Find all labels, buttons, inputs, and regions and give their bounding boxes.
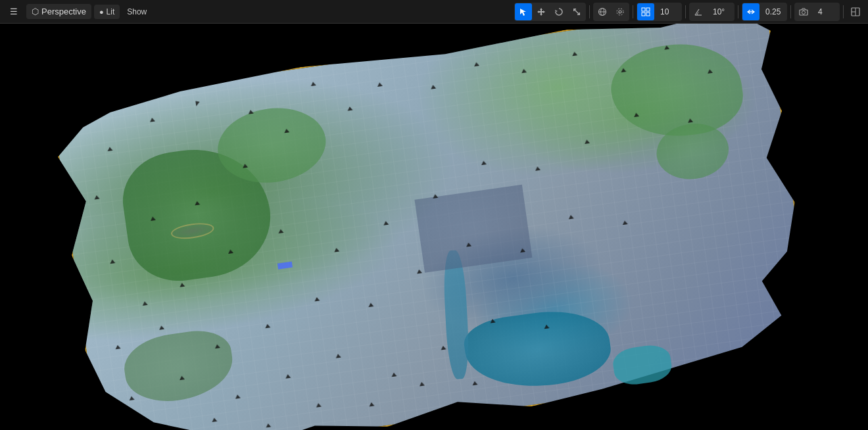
separator-3 bbox=[685, 5, 686, 18]
svg-point-16 bbox=[802, 11, 806, 14]
separator-4 bbox=[738, 5, 738, 18]
camera-value-display: 4 bbox=[813, 5, 839, 18]
right-tools: 10 10° bbox=[514, 3, 864, 21]
grid-icon bbox=[641, 7, 650, 16]
perspective-button[interactable]: ⬡ Perspective bbox=[27, 5, 91, 18]
transform-tools bbox=[514, 3, 586, 21]
cursor-icon bbox=[519, 7, 528, 16]
camera-icon bbox=[799, 7, 808, 16]
wrench-icon bbox=[615, 7, 625, 16]
viewport[interactable] bbox=[0, 24, 868, 430]
camera-value: 4 bbox=[818, 7, 823, 16]
urban-dense-area bbox=[414, 185, 532, 273]
snap-value-display: 0.25 bbox=[760, 5, 786, 18]
snap-value: 0.25 bbox=[765, 7, 781, 16]
separator-1 bbox=[589, 5, 590, 18]
layout-button[interactable] bbox=[847, 3, 864, 20]
lit-button[interactable]: ● Lit bbox=[95, 5, 119, 18]
lit-group: ● Lit bbox=[94, 5, 120, 19]
scale-icon bbox=[572, 7, 581, 16]
svg-point-7 bbox=[617, 9, 623, 15]
move-icon bbox=[537, 7, 546, 16]
svg-rect-11 bbox=[646, 12, 650, 16]
angle-button[interactable] bbox=[690, 3, 707, 20]
angle-icon bbox=[694, 7, 703, 16]
move-tool-button[interactable] bbox=[533, 3, 550, 20]
perspective-group: ⬡ Perspective bbox=[26, 4, 91, 19]
svg-rect-10 bbox=[642, 12, 645, 16]
perspective-label: Perspective bbox=[41, 7, 86, 16]
snap-icon bbox=[746, 7, 756, 16]
space-tools bbox=[593, 3, 629, 21]
grid-button[interactable] bbox=[637, 3, 654, 20]
svg-point-6 bbox=[619, 11, 621, 13]
grid-value-display: 10 bbox=[655, 5, 681, 18]
svg-rect-1 bbox=[539, 11, 543, 12]
snap-group: 0.25 bbox=[742, 3, 787, 21]
lit-label: Lit bbox=[107, 7, 115, 16]
grid-value: 10 bbox=[660, 7, 669, 16]
svg-rect-8 bbox=[642, 8, 645, 11]
svg-line-2 bbox=[574, 9, 579, 14]
separator-2 bbox=[633, 5, 633, 18]
lit-icon: ● bbox=[99, 8, 104, 16]
svg-rect-9 bbox=[646, 8, 650, 11]
toolbar: ☰ ⬡ Perspective ● Lit Show bbox=[0, 0, 868, 24]
show-label: Show bbox=[127, 7, 147, 16]
angle-group: 10° bbox=[689, 3, 735, 21]
angle-value: 10° bbox=[713, 7, 725, 16]
separator-6 bbox=[843, 5, 844, 18]
layout-icon bbox=[851, 7, 860, 16]
grid-tools: 10 bbox=[637, 3, 682, 21]
scale-tool-button[interactable] bbox=[568, 3, 585, 20]
globe-icon bbox=[598, 7, 607, 16]
perspective-cube-icon: ⬡ bbox=[32, 7, 39, 16]
map-container bbox=[50, 24, 817, 430]
select-tool-button[interactable] bbox=[515, 3, 532, 20]
camera-group: 4 bbox=[794, 3, 840, 21]
show-button[interactable]: Show bbox=[122, 5, 151, 18]
menu-icon: ☰ bbox=[9, 7, 19, 17]
rotate-icon bbox=[554, 7, 564, 16]
camera-button[interactable] bbox=[795, 3, 812, 20]
snap-button[interactable] bbox=[742, 3, 760, 20]
separator-5 bbox=[790, 5, 791, 18]
hamburger-menu-button[interactable]: ☰ bbox=[4, 5, 24, 19]
rotate-tool-button[interactable] bbox=[550, 3, 567, 20]
global-button[interactable] bbox=[594, 3, 611, 20]
settings-button[interactable] bbox=[612, 3, 629, 20]
angle-value-display: 10° bbox=[708, 5, 734, 18]
map-canvas bbox=[50, 24, 817, 430]
